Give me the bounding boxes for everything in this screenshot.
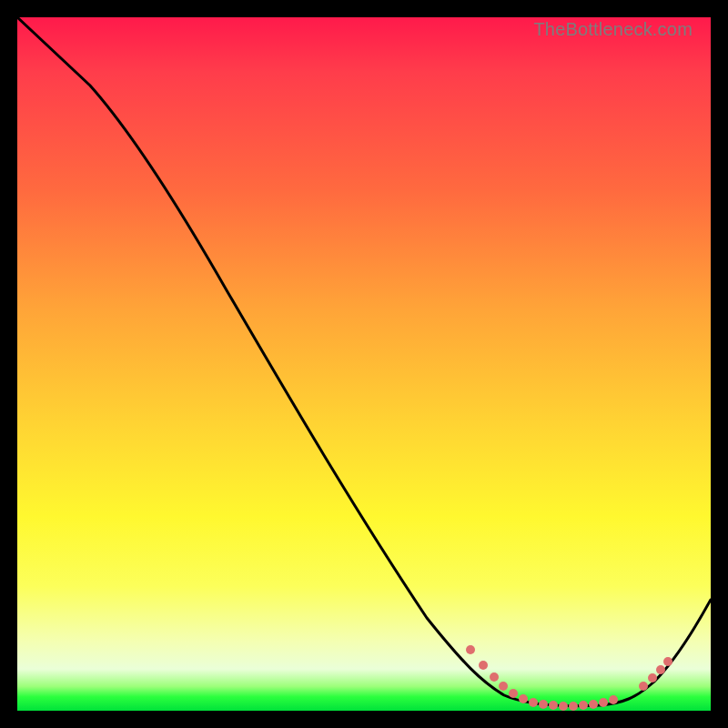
- svg-point-18: [663, 657, 672, 666]
- svg-point-15: [639, 682, 648, 691]
- svg-point-7: [539, 700, 548, 709]
- svg-point-14: [609, 695, 618, 704]
- bottleneck-curve: [17, 17, 711, 711]
- svg-point-0: [466, 645, 475, 654]
- svg-point-1: [479, 661, 488, 670]
- svg-point-10: [569, 702, 578, 711]
- valley-markers: [466, 645, 672, 711]
- svg-point-5: [519, 694, 528, 703]
- svg-point-9: [559, 702, 568, 711]
- watermark-text: TheBottleneck.com: [533, 19, 693, 40]
- svg-point-4: [509, 689, 518, 698]
- svg-point-2: [490, 672, 499, 682]
- svg-point-16: [648, 673, 657, 682]
- svg-point-12: [589, 700, 598, 709]
- svg-point-13: [599, 698, 608, 707]
- chart-frame: TheBottleneck.com: [0, 0, 728, 728]
- svg-point-3: [499, 682, 508, 691]
- svg-point-11: [579, 701, 588, 710]
- svg-point-17: [656, 665, 665, 674]
- plot-area: TheBottleneck.com: [17, 17, 711, 711]
- svg-point-6: [529, 698, 538, 707]
- curve-path: [17, 17, 711, 706]
- svg-point-8: [549, 701, 558, 710]
